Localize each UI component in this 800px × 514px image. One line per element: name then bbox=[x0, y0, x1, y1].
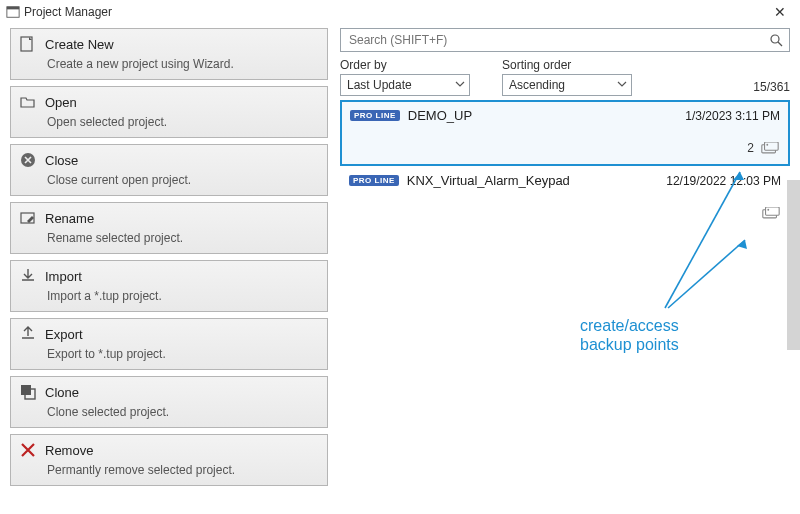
backup-count: 2 bbox=[747, 141, 754, 155]
chevron-down-icon bbox=[455, 78, 465, 92]
svg-point-7 bbox=[771, 35, 779, 43]
pro-line-badge: PRO LINE bbox=[350, 110, 400, 121]
project-list: PRO LINE DEMO_UP 1/3/2023 3:11 PM 2 PRO … bbox=[340, 100, 790, 232]
svg-rect-1 bbox=[7, 7, 19, 10]
action-title: Export bbox=[45, 327, 83, 342]
close-circle-icon bbox=[19, 151, 37, 169]
remove-action[interactable]: Remove Permantly remove selected project… bbox=[10, 434, 328, 486]
new-file-icon bbox=[19, 35, 37, 53]
sorting-value: Ascending bbox=[509, 78, 565, 92]
project-name: DEMO_UP bbox=[408, 108, 472, 123]
project-timestamp: 12/19/2022 12:03 PM bbox=[666, 174, 781, 188]
action-title: Clone bbox=[45, 385, 79, 400]
action-title: Close bbox=[45, 153, 78, 168]
orderby-value: Last Update bbox=[347, 78, 412, 92]
action-desc: Rename selected project. bbox=[47, 231, 319, 245]
project-item[interactable]: PRO LINE KNX_Virtual_Alarm_Keypad 12/19/… bbox=[340, 166, 790, 232]
svg-point-10 bbox=[766, 144, 768, 146]
export-action[interactable]: Export Export to *.tup project. bbox=[10, 318, 328, 370]
svg-rect-5 bbox=[21, 385, 31, 395]
close-action[interactable]: Close Close current open project. bbox=[10, 144, 328, 196]
sorting-label: Sorting order bbox=[502, 58, 632, 72]
action-title: Create New bbox=[45, 37, 114, 52]
window-close-button[interactable]: ✕ bbox=[768, 4, 792, 20]
pro-line-badge: PRO LINE bbox=[349, 175, 399, 186]
titlebar: Project Manager ✕ bbox=[0, 0, 800, 22]
remove-x-icon bbox=[19, 441, 37, 459]
import-action[interactable]: Import Import a *.tup project. bbox=[10, 260, 328, 312]
folder-open-icon bbox=[19, 93, 37, 111]
svg-rect-12 bbox=[766, 207, 780, 215]
rename-icon bbox=[19, 209, 37, 227]
rename-action[interactable]: Rename Rename selected project. bbox=[10, 202, 328, 254]
action-sidebar: Create New Create a new project using Wi… bbox=[10, 28, 328, 486]
search-input[interactable] bbox=[347, 32, 769, 48]
import-icon bbox=[19, 267, 37, 285]
vertical-scrollbar[interactable] bbox=[787, 180, 800, 350]
backup-icon[interactable] bbox=[761, 206, 781, 220]
create-new-action[interactable]: Create New Create a new project using Wi… bbox=[10, 28, 328, 80]
action-desc: Export to *.tup project. bbox=[47, 347, 319, 361]
open-action[interactable]: Open Open selected project. bbox=[10, 86, 328, 138]
backup-icon[interactable] bbox=[760, 141, 780, 155]
project-item[interactable]: PRO LINE DEMO_UP 1/3/2023 3:11 PM 2 bbox=[340, 100, 790, 166]
action-desc: Permantly remove selected project. bbox=[47, 463, 319, 477]
chevron-down-icon bbox=[617, 78, 627, 92]
action-desc: Import a *.tup project. bbox=[47, 289, 319, 303]
project-list-panel: Order by Last Update Sorting order Ascen… bbox=[340, 28, 790, 486]
app-icon bbox=[6, 5, 20, 19]
action-desc: Create a new project using Wizard. bbox=[47, 57, 319, 71]
window-title: Project Manager bbox=[24, 5, 112, 19]
project-timestamp: 1/3/2023 3:11 PM bbox=[685, 109, 780, 123]
action-title: Open bbox=[45, 95, 77, 110]
action-title: Remove bbox=[45, 443, 93, 458]
action-title: Rename bbox=[45, 211, 94, 226]
search-icon bbox=[769, 33, 783, 47]
svg-point-13 bbox=[767, 209, 769, 211]
export-icon bbox=[19, 325, 37, 343]
project-manager-window: Project Manager ✕ Create New Create a ne… bbox=[0, 0, 800, 514]
search-box[interactable] bbox=[340, 28, 790, 52]
clone-action[interactable]: Clone Clone selected project. bbox=[10, 376, 328, 428]
result-count: 15/361 bbox=[753, 80, 790, 96]
project-name: KNX_Virtual_Alarm_Keypad bbox=[407, 173, 570, 188]
clone-icon bbox=[19, 383, 37, 401]
orderby-label: Order by bbox=[340, 58, 470, 72]
action-desc: Open selected project. bbox=[47, 115, 319, 129]
sorting-select[interactable]: Ascending bbox=[502, 74, 632, 96]
action-desc: Close current open project. bbox=[47, 173, 319, 187]
svg-rect-9 bbox=[765, 142, 779, 150]
action-title: Import bbox=[45, 269, 82, 284]
orderby-select[interactable]: Last Update bbox=[340, 74, 470, 96]
action-desc: Clone selected project. bbox=[47, 405, 319, 419]
